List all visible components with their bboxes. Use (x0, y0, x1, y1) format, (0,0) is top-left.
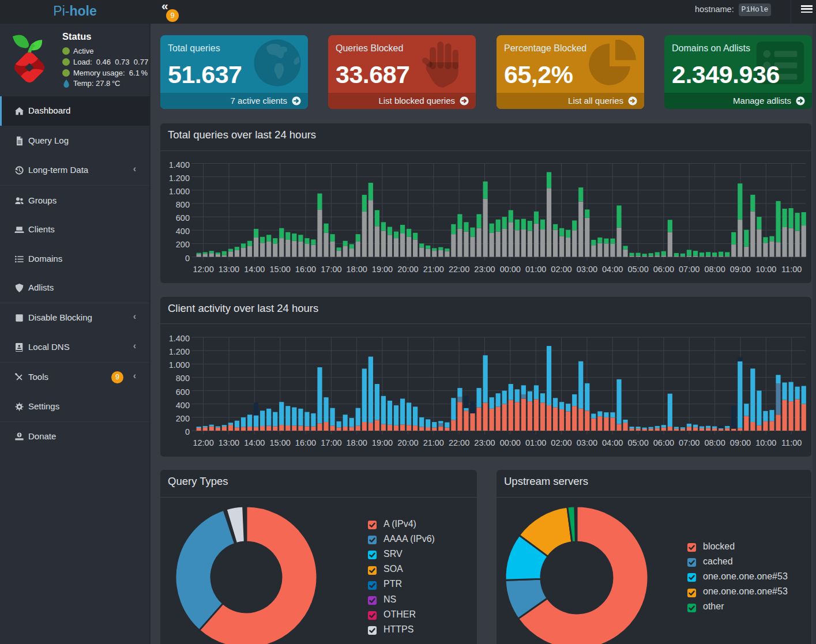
svg-text:10:00: 10:00 (755, 265, 776, 274)
svg-text:400: 400 (176, 400, 190, 409)
svg-text:02:00: 02:00 (551, 265, 571, 274)
svg-text:1.400: 1.400 (169, 334, 190, 343)
svg-text:00:00: 00:00 (500, 265, 521, 274)
svg-text:03:00: 03:00 (577, 265, 597, 274)
svg-text:05:00: 05:00 (627, 438, 648, 447)
svg-text:200: 200 (176, 413, 190, 423)
svg-text:05:00: 05:00 (627, 265, 648, 274)
svg-text:20:00: 20:00 (397, 438, 418, 447)
svg-text:01:00: 01:00 (525, 438, 546, 447)
svg-text:1.400: 1.400 (169, 160, 190, 170)
svg-text:09:00: 09:00 (730, 438, 751, 447)
svg-text:03:00: 03:00 (577, 438, 597, 447)
svg-text:04:00: 04:00 (602, 438, 623, 447)
svg-text:13:00: 13:00 (219, 438, 239, 447)
svg-text:1.000: 1.000 (169, 187, 190, 196)
svg-text:1.200: 1.200 (169, 174, 190, 183)
svg-text:0: 0 (185, 427, 190, 436)
svg-text:22:00: 22:00 (449, 438, 469, 447)
svg-text:07:00: 07:00 (679, 438, 700, 447)
svg-text:1.200: 1.200 (169, 347, 190, 356)
svg-text:15:00: 15:00 (270, 438, 291, 447)
svg-text:21:00: 21:00 (423, 265, 444, 274)
svg-text:19:00: 19:00 (372, 438, 393, 447)
svg-text:12:00: 12:00 (193, 438, 213, 447)
svg-text:0: 0 (185, 254, 190, 263)
svg-text:08:00: 08:00 (704, 438, 725, 447)
svg-text:12:00: 12:00 (193, 265, 213, 274)
svg-text:02:00: 02:00 (551, 438, 571, 447)
svg-text:09:00: 09:00 (730, 265, 751, 274)
svg-text:800: 800 (176, 200, 190, 209)
svg-text:07:00: 07:00 (679, 265, 700, 274)
svg-text:13:00: 13:00 (219, 265, 239, 274)
svg-text:00:00: 00:00 (500, 438, 521, 447)
svg-text:06:00: 06:00 (653, 265, 674, 274)
svg-text:11:00: 11:00 (781, 438, 802, 447)
svg-text:600: 600 (176, 387, 190, 396)
svg-text:14:00: 14:00 (244, 265, 265, 274)
svg-text:22:00: 22:00 (449, 265, 469, 274)
svg-text:1.000: 1.000 (169, 360, 190, 370)
svg-text:10:00: 10:00 (755, 438, 776, 447)
svg-text:800: 800 (176, 374, 190, 383)
svg-text:400: 400 (176, 227, 190, 236)
svg-text:14:00: 14:00 (244, 438, 265, 447)
svg-text:19:00: 19:00 (372, 265, 393, 274)
svg-text:06:00: 06:00 (653, 438, 674, 447)
svg-text:01:00: 01:00 (525, 265, 546, 274)
svg-text:200: 200 (176, 240, 190, 249)
svg-text:600: 600 (176, 213, 190, 223)
svg-text:17:00: 17:00 (321, 438, 341, 447)
svg-text:15:00: 15:00 (270, 265, 291, 274)
svg-text:04:00: 04:00 (602, 265, 623, 274)
svg-text:16:00: 16:00 (295, 438, 316, 447)
svg-text:23:00: 23:00 (474, 438, 495, 447)
svg-text:21:00: 21:00 (423, 438, 444, 447)
svg-text:08:00: 08:00 (704, 265, 725, 274)
svg-text:17:00: 17:00 (321, 265, 341, 274)
svg-text:23:00: 23:00 (474, 265, 495, 274)
svg-text:11:00: 11:00 (781, 265, 802, 274)
svg-text:18:00: 18:00 (347, 438, 367, 447)
svg-text:18:00: 18:00 (347, 265, 367, 274)
svg-text:20:00: 20:00 (397, 265, 418, 274)
svg-text:16:00: 16:00 (295, 265, 316, 274)
